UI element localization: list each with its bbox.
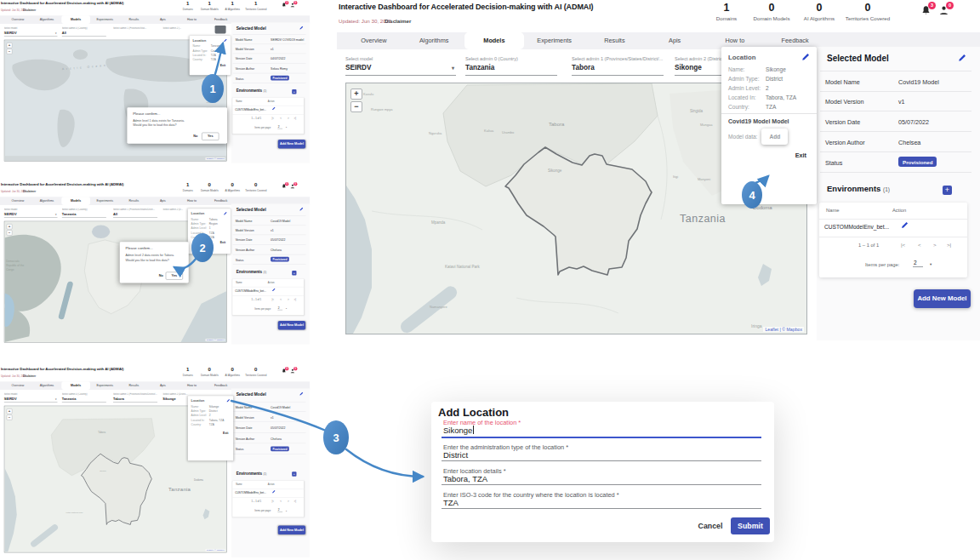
tab-results[interactable]: Results [584,32,645,49]
map-label-mpanda: Mpanda [431,220,445,225]
divider [721,113,817,114]
annotated-tutorial-canvas: Interactive Dashboard for Accelerated De… [0,0,980,560]
notifications-bell-icon: 3 [282,3,287,8]
location-details-input[interactable]: Tabora, TZA [443,474,487,483]
no-button: No [193,134,197,138]
edit-model-icon[interactable] [958,54,966,62]
location-name-input[interactable]: Sikonge [443,426,474,435]
location-row: Admin Type:District [728,76,812,82]
location-row: Located In:Tabora, TZA [728,94,812,100]
add-model-data-button[interactable]: Add [761,129,788,145]
yes-button: Yes [202,133,219,140]
model-status-row: StatusProvisioned [820,152,971,173]
edit-environment-icon[interactable] [901,221,909,229]
model-data-label: Model data: [728,134,757,140]
input-underline [442,437,761,438]
disclaimer-link[interactable]: Disclaimer [385,18,411,24]
environments-title: Environments (1) [827,184,890,193]
map-label-itigi: Itigi [673,174,678,179]
stat-territories: 0Territories Covered [838,2,897,21]
map-attribution[interactable]: Leaflet | © Mapbox [763,327,804,332]
edit-location-icon[interactable] [801,53,810,61]
annotation-arrow-3b [346,449,423,477]
chevron-down-icon: ▾ [452,65,454,71]
location-row: Name:Sikonge [728,66,812,72]
select-admin1-filter[interactable]: Select admin 1 (Provinces/States/Distric… [572,56,664,76]
notifications-bell-icon: 0 [282,184,287,189]
zoom-in-button[interactable]: + [350,89,362,100]
environment-row[interactable]: CUSTOMModelEnv_bet... [824,224,889,230]
submit-button[interactable]: Submit [731,517,770,534]
iso3-code-label: Enter ISO-3 code for the country where t… [443,491,619,499]
iso3-code-input[interactable]: TZA [443,498,459,507]
edit-model-icon [299,26,304,30]
selected-model-panel: Selected Model Model NameCovid19 Model M… [231,204,311,345]
map-label-tabora: Tabora [549,122,564,127]
annotation-number-3: 3 [333,431,339,444]
bell-badge: 3 [928,2,936,9]
select-model-filter[interactable]: Select modelSEIRDV▾ [345,56,456,76]
location-popup: Location Name:Sikonge Admin Type:Distric… [188,396,234,460]
environments-table: Name Action CUSTOMModelEnv_bet... 1 – 1 … [819,203,967,277]
annotation-circle-3 [323,420,349,454]
map-label-kasulu: Kasulu [363,92,373,96]
confirm-dialog: Please confirm... Admin level 2 data exi… [120,242,189,283]
user-badge: 0 [946,2,954,9]
map-label-tanzania: Tanzania [680,213,726,225]
map-label-manyoni: Manyoni [698,177,710,181]
last-page-button[interactable]: >| [947,242,951,248]
chevron-down-icon: ▾ [930,262,932,266]
modal-title: Add Location [438,406,509,419]
user-icon: 0 [290,184,295,189]
location-popup: Location Name:Tabora Admin Type:Region A… [188,209,231,254]
tab-experiments[interactable]: Experiments [524,32,584,49]
location-row: Country:TZA [728,104,812,110]
input-underline [442,484,761,485]
edit-location-icon [224,212,227,215]
tab-algorithms[interactable]: Algorithms [404,32,464,49]
tab-overview[interactable]: Overview [344,32,404,49]
column-action: Action [892,208,906,213]
selected-model-panel: Selected Model Model NameSEIRDV COVID19 … [231,23,311,163]
location-row: Admin Level:2 [728,85,812,91]
map-label-tanzania: Tanzania [168,487,191,493]
prev-page-button[interactable]: < [918,242,921,248]
tab-models[interactable]: Models [464,32,525,49]
model-section-title: Covid19 Model Model [721,118,817,124]
exit-button[interactable]: Exit [721,145,817,161]
zoom-out-button[interactable]: − [350,101,362,112]
main-dashboard-screenshot: Interactive Dashboard for Accelerated De… [337,0,980,340]
cancel-button[interactable]: Cancel [693,517,727,534]
map-style-button [215,26,226,34]
user-icon[interactable]: 0 [938,5,949,16]
notifications-bell-icon[interactable]: 3 [920,5,932,16]
selected-model-panel: Selected Model Model NameCovid19 Model M… [231,389,311,558]
notifications-bell-icon: 0 [282,369,287,374]
tab-apis[interactable]: Apis [645,32,705,49]
user-icon: 0 [290,3,295,8]
admin-type-input[interactable]: District [443,450,468,460]
map-label-iringa: Iringa [751,323,762,329]
model-row: Model NameCovid19 Model [820,71,971,92]
items-per-page-select[interactable]: 2 [913,260,923,267]
edit-location-icon [224,38,227,42]
first-page-button[interactable]: |< [901,242,905,248]
status-badge: Provisioned [898,157,937,167]
items-per-page-label: Items per page: [865,262,899,267]
select-admin0-filter[interactable]: Select admin 0 (Country)Tanzania [465,56,557,76]
next-page-button[interactable]: > [933,242,937,248]
add-new-model-button[interactable]: Add New Model [914,289,971,308]
input-underline [442,508,761,509]
no-button: No [159,273,163,277]
location-popup: Location Name:Sikonge Admin Type:Distric… [721,47,817,204]
map-label-sikonge: Sikonge [548,169,561,173]
map-label-kaliua: Kaliua [484,129,493,133]
pagination-range: 1 – 1 of 1 [858,243,879,248]
map-label-singida: Singida [690,109,703,113]
model-row: Version Date05/07/2022 [820,111,971,132]
input-underline [442,460,761,461]
app-title: Interactive Dashboard for Accelerated De… [1,1,123,5]
add-new-model-button: Add New Model [278,140,305,149]
add-environment-button[interactable]: + [943,186,952,195]
location-popup: Location Name:Tanzania Admin Type:Countr… [190,36,231,75]
